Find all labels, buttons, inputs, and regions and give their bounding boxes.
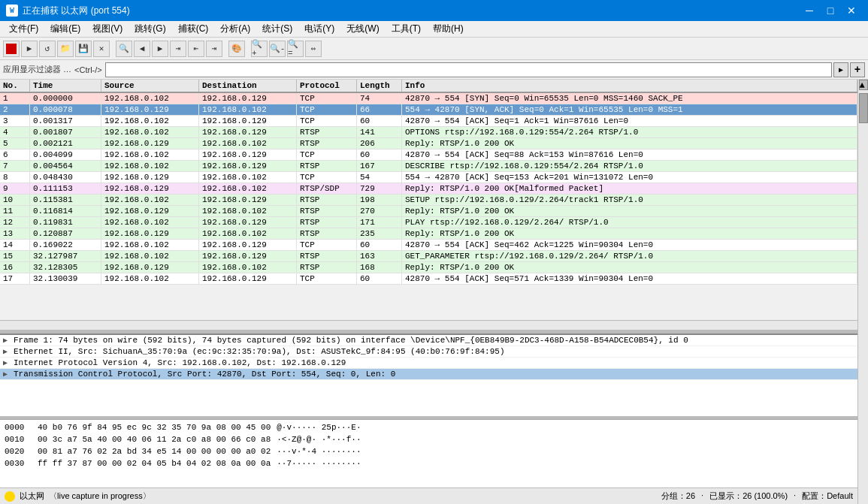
save-button[interactable]: 💾 xyxy=(75,41,92,57)
table-row[interactable]: 80.048430192.168.0.129192.168.0.102TCP54… xyxy=(0,172,857,183)
stop-capture-button[interactable] xyxy=(3,41,20,57)
close-file-button[interactable]: ✕ xyxy=(93,41,110,57)
table-row[interactable]: 1732.130039192.168.0.102192.168.0.129TCP… xyxy=(0,273,857,285)
close-button[interactable]: ✕ xyxy=(841,3,862,18)
table-row[interactable]: 110.116814192.168.0.129192.168.0.102RTSP… xyxy=(0,206,857,217)
packet-cell: TCP xyxy=(297,116,357,126)
packet-cell: 6 xyxy=(0,149,30,160)
detail-text: Transmission Control Protocol, Src Port:… xyxy=(14,370,395,379)
go-to-button[interactable]: ⇥ xyxy=(170,41,186,57)
table-row[interactable]: 140.169022192.168.0.102192.168.0.129TCP6… xyxy=(0,240,857,251)
packet-cell: 42870 → 554 [ACK] Seq=571 Ack=1339 Win=9… xyxy=(402,273,857,284)
menu-item-g[interactable]: 跳转(G) xyxy=(129,21,171,37)
minimize-button[interactable]: ─ xyxy=(799,3,820,18)
packet-cell: 168 xyxy=(357,262,402,273)
table-row[interactable]: 70.004564192.168.0.102192.168.0.129RTSP1… xyxy=(0,161,857,172)
first-button[interactable]: ⇤ xyxy=(188,41,204,57)
table-row[interactable]: 60.004099192.168.0.102192.168.0.129TCP60… xyxy=(0,149,857,161)
detail-row[interactable]: ▶ Frame 1: 74 bytes on wire (592 bits), … xyxy=(0,335,857,346)
packet-cell: TCP xyxy=(297,93,357,104)
col-header-protocol: Protocol xyxy=(297,80,357,92)
table-row[interactable]: 20.000078192.168.0.129192.168.0.102TCP66… xyxy=(0,104,857,116)
find-button[interactable]: 🔍 xyxy=(116,41,132,57)
menu-item-s[interactable]: 统计(S) xyxy=(256,21,298,37)
table-row[interactable]: 40.001807192.168.0.102192.168.0.129RTSP1… xyxy=(0,127,857,138)
capture-status: 〈live capture in progress〉 xyxy=(49,490,151,502)
forward-button[interactable]: ▶ xyxy=(152,41,168,57)
menu-item-w[interactable]: 无线(W) xyxy=(340,21,385,37)
col-header-destination: Destination xyxy=(199,80,297,92)
table-row[interactable]: 130.120887192.168.0.129192.168.0.102RTSP… xyxy=(0,228,857,240)
packet-cell: 42870 → 554 [SYN] Seq=0 Win=65535 Len=0 … xyxy=(402,93,857,104)
packet-cell: 192.168.0.129 xyxy=(199,195,297,205)
packet-cell: 192.168.0.129 xyxy=(101,172,199,183)
menu-item-e[interactable]: 编辑(E) xyxy=(44,21,86,37)
packet-cell: RTSP xyxy=(297,262,357,273)
table-row[interactable]: 1632.128305192.168.0.129192.168.0.102RTS… xyxy=(0,262,857,273)
detail-row[interactable]: ▶ Internet Protocol Version 4, Src: 192.… xyxy=(0,358,857,369)
hex-bytes: ff ff 37 87 00 00 02 04 05 b4 04 02 08 0… xyxy=(38,457,271,469)
packet-cell: 74 xyxy=(357,93,402,104)
detail-row[interactable]: ▶ Ethernet II, Src: SichuanA_35:70:9a (e… xyxy=(0,346,857,358)
menu-item-h[interactable]: 帮助(H) xyxy=(427,21,470,37)
packet-cell: 192.168.0.102 xyxy=(101,273,199,284)
back-button[interactable]: ◀ xyxy=(134,41,150,57)
table-row[interactable]: 30.001317192.168.0.102192.168.0.129TCP60… xyxy=(0,116,857,127)
packet-cell: 192.168.0.102 xyxy=(101,240,199,250)
scroll-thumb[interactable] xyxy=(859,93,868,123)
packet-cell: PLAY rtsp://192.168.0.129/2.264/ RTSP/1.… xyxy=(402,217,857,228)
window-title: 正在捕获 以太网 (port 554) xyxy=(23,5,130,17)
packet-cell: 192.168.0.129 xyxy=(101,138,199,149)
packet-rows[interactable]: 10.000000192.168.0.102192.168.0.129TCP74… xyxy=(0,93,857,320)
packet-cell: 192.168.0.102 xyxy=(101,251,199,261)
table-row[interactable]: 120.119831192.168.0.102192.168.0.129RTSP… xyxy=(0,217,857,228)
zoom-out-button[interactable]: 🔍- xyxy=(269,41,286,57)
colorize-button[interactable]: 🎨 xyxy=(228,41,245,57)
table-row[interactable]: 90.111153192.168.0.129192.168.0.102RTSP/… xyxy=(0,183,857,195)
detail-row[interactable]: ▶ Transmission Control Protocol, Src Por… xyxy=(0,369,857,380)
menu-item-f[interactable]: 文件(F) xyxy=(3,21,44,37)
table-row[interactable]: 50.002121192.168.0.129192.168.0.102RTSP2… xyxy=(0,138,857,149)
filter-arrow-button[interactable]: ▶ xyxy=(833,62,848,77)
zoom-reset-button[interactable]: 🔍= xyxy=(287,41,304,57)
menu-item-v[interactable]: 视图(V) xyxy=(86,21,129,37)
menu-item-a[interactable]: 分析(A) xyxy=(214,21,256,37)
refresh-button[interactable]: ↺ xyxy=(39,41,56,57)
table-row[interactable]: 1532.127987192.168.0.102192.168.0.129RTS… xyxy=(0,251,857,262)
packet-cell: 0.002121 xyxy=(30,138,101,149)
horizontal-scrollbar[interactable] xyxy=(0,320,857,330)
menu-item-c[interactable]: 捕获(C) xyxy=(172,21,215,37)
packet-cell: RTSP xyxy=(297,228,357,239)
scroll-up-arrow[interactable]: ▲ xyxy=(859,80,868,90)
packet-detail[interactable]: ▶ Frame 1: 74 bytes on wire (592 bits), … xyxy=(0,333,857,416)
col-header-info: Info xyxy=(402,80,857,92)
col-header-time: Time xyxy=(30,80,101,92)
main-content: No. Time Source Destination Protocol Len… xyxy=(0,80,857,504)
start-capture-button[interactable]: ▶ xyxy=(21,41,38,57)
table-row[interactable]: 10.000000192.168.0.102192.168.0.129TCP74… xyxy=(0,93,857,104)
zoom-in-button[interactable]: 🔍+ xyxy=(251,41,268,57)
packet-cell: 554 → 42870 [SYN, ACK] Seq=0 Ack=1 Win=6… xyxy=(402,104,857,115)
resize-columns-button[interactable]: ⇔ xyxy=(305,41,322,57)
filter-add-button[interactable]: + xyxy=(850,62,865,77)
packet-cell: 0.119831 xyxy=(30,217,101,228)
title-bar-left: W 正在捕获 以太网 (port 554) xyxy=(6,5,130,17)
packet-cell: 0.001317 xyxy=(30,116,101,126)
vertical-scrollbar[interactable]: ▲ xyxy=(857,80,868,504)
packet-cell: 192.168.0.129 xyxy=(199,251,297,261)
packet-cell: OPTIONS rtsp://192.168.0.129:554/2.264 R… xyxy=(402,127,857,137)
hex-row: 0030ff ff 37 87 00 00 02 04 05 b4 04 02 … xyxy=(5,457,853,469)
table-row[interactable]: 100.115381192.168.0.102192.168.0.129RTSP… xyxy=(0,195,857,206)
open-button[interactable]: 📁 xyxy=(57,41,74,57)
menu-item-t[interactable]: 工具(T) xyxy=(386,21,427,37)
maximize-button[interactable]: □ xyxy=(820,3,841,18)
detail-text: Frame 1: 74 bytes on wire (592 bits), 74… xyxy=(14,336,688,345)
packet-cell: 192.168.0.102 xyxy=(101,149,199,160)
filter-input[interactable] xyxy=(105,62,832,77)
col-header-source: Source xyxy=(101,80,199,92)
menu-item-y[interactable]: 电话(Y) xyxy=(298,21,340,37)
last-button[interactable]: ⇥ xyxy=(206,41,222,57)
profile: 配置：Default xyxy=(802,490,853,502)
chevron-icon: ▶ xyxy=(3,370,14,379)
packet-cell: 171 xyxy=(357,217,402,228)
